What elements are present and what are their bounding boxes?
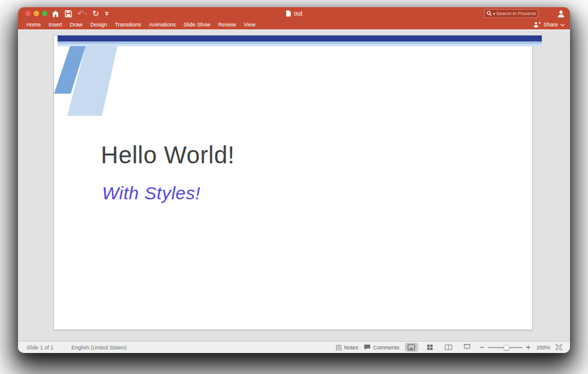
profile-icon[interactable]	[557, 10, 565, 18]
slide-sorter-view-button[interactable]	[424, 343, 437, 352]
slide-show-view-button[interactable]	[461, 343, 474, 352]
slide-counter: Slide 1 of 1	[26, 345, 53, 351]
comments-label: Comments	[373, 345, 400, 351]
tab-insert[interactable]: Insert	[49, 22, 62, 28]
tab-slide-show[interactable]: Slide Show	[184, 22, 211, 28]
slide-workspace: Hello World! With Styles!	[18, 29, 570, 341]
reading-view-button[interactable]	[442, 343, 455, 352]
search-box[interactable]: ▾	[484, 9, 538, 18]
titlebar: ↶ ▾ ↻ out ▾	[18, 7, 570, 20]
share-person-plus-icon	[533, 22, 541, 28]
comments-icon	[364, 344, 371, 351]
desktop-background: ↶ ▾ ↻ out ▾	[0, 0, 588, 374]
reading-view-icon	[445, 344, 452, 351]
notes-icon	[335, 344, 342, 351]
share-button[interactable]: Share	[533, 20, 564, 29]
search-scope-dropdown-icon[interactable]: ▾	[493, 12, 495, 16]
zoom-slider-thumb[interactable]	[503, 345, 509, 351]
zoom-out-button[interactable]: −	[479, 344, 485, 351]
normal-view-button[interactable]	[405, 343, 418, 352]
comments-button[interactable]: Comments	[364, 344, 400, 351]
ribbon-tab-row: Home Insert Draw Design Transitions Anim…	[18, 20, 570, 29]
notes-label: Notes	[344, 345, 359, 351]
tab-draw[interactable]: Draw	[70, 22, 83, 28]
share-chevron-down-icon	[560, 22, 565, 26]
tab-design[interactable]: Design	[91, 22, 107, 28]
tab-home[interactable]: Home	[26, 22, 41, 28]
tab-review[interactable]: Review	[218, 22, 236, 28]
powerpoint-window: ↶ ▾ ↻ out ▾	[18, 7, 570, 353]
status-bar: Slide 1 of 1 English (United States) Not…	[18, 341, 570, 353]
tab-view[interactable]: View	[244, 22, 255, 28]
notes-button[interactable]: Notes	[335, 344, 359, 351]
document-icon	[286, 10, 291, 17]
slide-subtitle-textbox[interactable]: With Styles!	[102, 183, 200, 204]
slide-canvas[interactable]: Hello World! With Styles!	[54, 36, 532, 330]
fit-slide-to-window-icon[interactable]	[556, 344, 562, 351]
slide-title-textbox[interactable]: Hello World!	[101, 142, 235, 169]
decor-band-light-blue	[58, 44, 542, 46]
search-input[interactable]	[496, 11, 536, 16]
tab-transitions[interactable]: Transitions	[115, 22, 142, 28]
zoom-slider[interactable]	[488, 344, 523, 351]
zoom-in-button[interactable]: +	[526, 344, 531, 351]
slide-show-icon	[463, 344, 471, 351]
language-indicator[interactable]: English (United States)	[71, 345, 127, 351]
share-label: Share	[544, 22, 558, 28]
decor-bar-navy	[58, 35, 542, 41]
slide-sorter-icon	[427, 344, 433, 351]
normal-view-icon	[407, 344, 415, 351]
zoom-percentage[interactable]: 200%	[536, 345, 550, 351]
search-icon	[487, 11, 492, 16]
document-name: out	[294, 10, 302, 17]
tab-animations[interactable]: Animations	[149, 22, 176, 28]
